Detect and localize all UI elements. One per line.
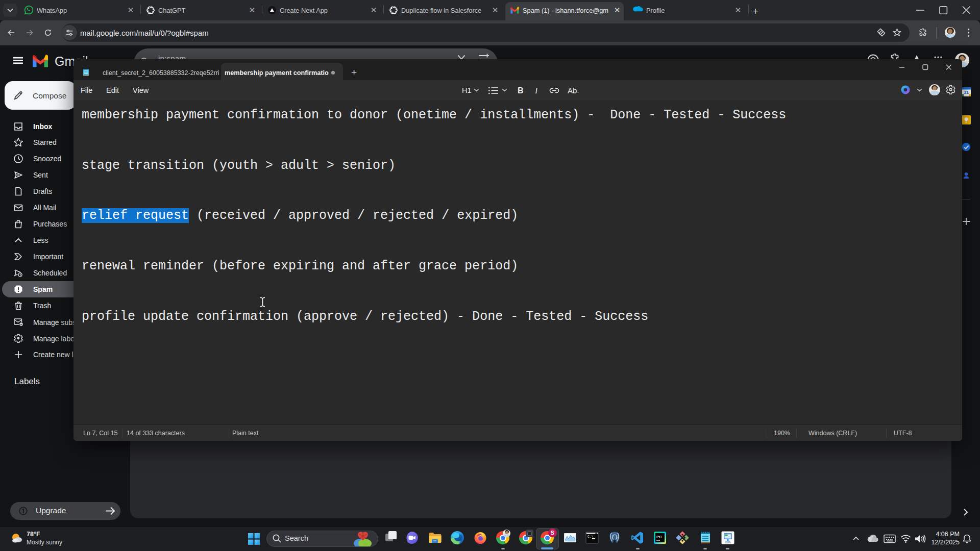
svg-text:C:\: C:\ bbox=[587, 535, 594, 539]
svg-text:PC: PC bbox=[656, 535, 662, 539]
svg-text:31: 31 bbox=[964, 90, 969, 95]
svg-text:TaskPro: TaskPro bbox=[725, 542, 731, 544]
